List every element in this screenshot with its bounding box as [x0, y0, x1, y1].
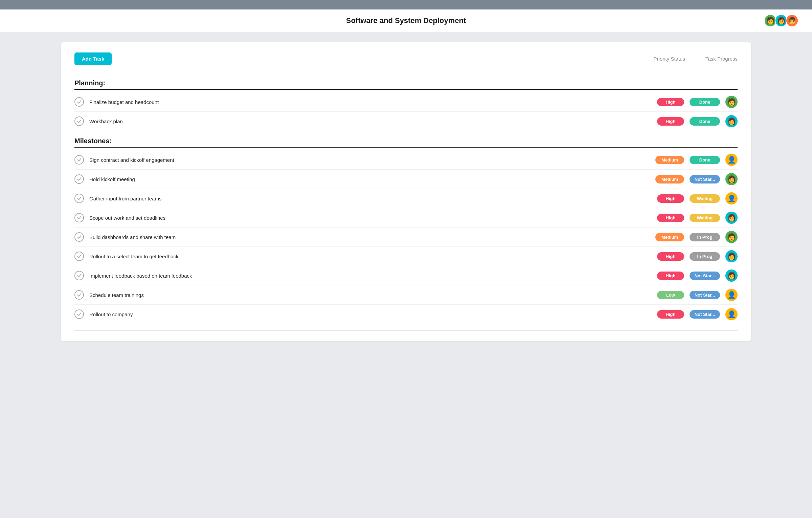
task-check-icon[interactable]: [74, 174, 84, 184]
task-row: Build dashboards and share with teamMedi…: [74, 228, 738, 247]
task-avatar: 👤: [725, 289, 738, 301]
section-title-1: Milestones:: [74, 131, 738, 147]
task-avatar: 👩: [725, 250, 738, 262]
status-badge[interactable]: Done: [690, 117, 720, 126]
task-name: Build dashboards and share with team: [89, 234, 655, 240]
toolbar-labels: Priority Status Task Progress: [654, 56, 738, 62]
toolbar: Add Task Priority Status Task Progress: [74, 52, 738, 65]
task-avatar: 👩: [725, 173, 738, 185]
task-check-icon[interactable]: [74, 97, 84, 107]
status-badge[interactable]: Waiting: [690, 214, 720, 222]
priority-badge[interactable]: Medium: [655, 156, 684, 164]
task-row: Gather input from partner teamsHighWaiti…: [74, 189, 738, 208]
status-badge[interactable]: In Prog: [690, 252, 720, 261]
main-content: Add Task Priority Status Task Progress P…: [0, 32, 812, 351]
section-divider-0: [74, 89, 738, 90]
priority-badge[interactable]: Medium: [655, 175, 684, 184]
task-check-icon[interactable]: [74, 252, 84, 261]
task-card: Add Task Priority Status Task Progress P…: [61, 42, 751, 341]
priority-status-label: Priority Status: [654, 56, 685, 62]
task-check-icon[interactable]: [74, 290, 84, 300]
task-name: Finalize budget and headcount: [89, 99, 657, 105]
status-badge[interactable]: Waiting: [690, 194, 720, 203]
task-row: Scope out work and set deadlinesHighWait…: [74, 208, 738, 228]
status-badge[interactable]: Not Star...: [690, 310, 720, 319]
priority-badge[interactable]: High: [657, 214, 684, 222]
task-row: Rollout to a select team to get feedback…: [74, 247, 738, 266]
header-avatar-3: 👨: [786, 14, 798, 27]
priority-badge[interactable]: Medium: [655, 233, 684, 241]
bottom-divider: [74, 330, 738, 331]
section-title-0: Planning:: [74, 73, 738, 89]
top-bar: [0, 0, 812, 9]
task-name: Scope out work and set deadlines: [89, 215, 657, 221]
task-avatar: 👩: [725, 212, 738, 224]
priority-badge[interactable]: High: [657, 98, 684, 106]
priority-badge[interactable]: High: [657, 310, 684, 319]
task-avatar: 👩: [725, 269, 738, 282]
priority-badge[interactable]: High: [657, 252, 684, 261]
task-check-icon[interactable]: [74, 155, 84, 165]
header: Software and System Deployment 🧑👩👨: [0, 9, 812, 32]
task-row: Implement feedback based on team feedbac…: [74, 266, 738, 285]
task-name: Workback plan: [89, 118, 657, 124]
priority-badge[interactable]: High: [657, 194, 684, 203]
task-row: Finalize budget and headcountHighDone🧑: [74, 92, 738, 112]
task-check-icon[interactable]: [74, 194, 84, 203]
task-avatar: 🧑: [725, 96, 738, 108]
task-check-icon[interactable]: [74, 309, 84, 319]
task-name: Implement feedback based on team feedbac…: [89, 273, 657, 279]
status-badge[interactable]: Not Star...: [690, 175, 720, 184]
task-name: Hold kickoff meeting: [89, 176, 655, 182]
task-name: Rollout to a select team to get feedback: [89, 254, 657, 259]
task-avatar: 👤: [725, 154, 738, 166]
task-avatar: 👤: [725, 308, 738, 320]
priority-badge[interactable]: High: [657, 272, 684, 280]
priority-badge[interactable]: Low: [657, 291, 684, 299]
task-check-icon[interactable]: [74, 271, 84, 280]
task-name: Gather input from partner teams: [89, 196, 657, 201]
section-divider-1: [74, 147, 738, 148]
status-badge[interactable]: In Prog: [690, 233, 720, 241]
add-task-button[interactable]: Add Task: [74, 52, 112, 65]
task-row: Workback planHighDone👩: [74, 112, 738, 131]
task-row: Hold kickoff meetingMediumNot Star...👩: [74, 170, 738, 189]
status-badge[interactable]: Not Star...: [690, 272, 720, 280]
task-check-icon[interactable]: [74, 213, 84, 222]
header-avatars: 🧑👩👨: [764, 14, 798, 27]
task-avatar: 🧑: [725, 231, 738, 243]
task-name: Rollout to company: [89, 311, 657, 317]
task-avatar: 👩: [725, 115, 738, 127]
task-avatar: 👤: [725, 192, 738, 204]
task-row: Rollout to companyHighNot Star...👤: [74, 305, 738, 324]
task-name: Sign contract and kickoff engagement: [89, 157, 655, 163]
status-badge[interactable]: Not Star...: [690, 291, 720, 299]
task-progress-label: Task Progress: [705, 56, 738, 62]
task-name: Schedule team trainings: [89, 292, 657, 298]
task-row: Schedule team trainingsLowNot Star...👤: [74, 285, 738, 305]
task-check-icon[interactable]: [74, 116, 84, 126]
task-check-icon[interactable]: [74, 232, 84, 242]
status-badge[interactable]: Done: [690, 98, 720, 106]
priority-badge[interactable]: High: [657, 117, 684, 126]
task-row: Sign contract and kickoff engagementMedi…: [74, 150, 738, 170]
status-badge[interactable]: Done: [690, 156, 720, 164]
page-title: Software and System Deployment: [346, 16, 466, 25]
